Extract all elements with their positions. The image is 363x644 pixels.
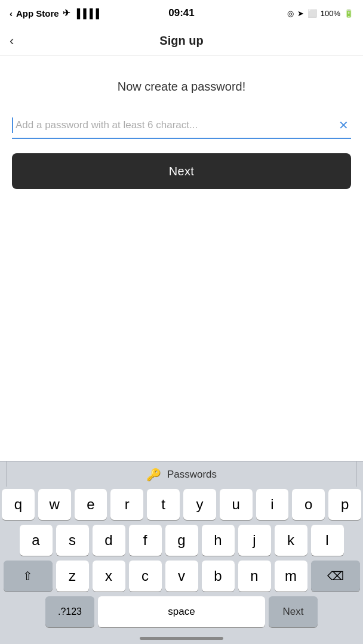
keyboard-next-key[interactable]: Next <box>269 596 318 627</box>
key-k[interactable]: k <box>275 525 307 556</box>
nav-icon: ➤ <box>297 9 304 18</box>
text-cursor <box>12 117 13 133</box>
key-b[interactable]: b <box>202 561 235 592</box>
key-f[interactable]: f <box>129 525 162 556</box>
home-bar <box>140 637 223 640</box>
key-e[interactable]: e <box>75 489 107 520</box>
shift-key[interactable]: ⇧ <box>4 561 53 592</box>
key-q[interactable]: q <box>2 489 35 520</box>
passwords-bar-line-left <box>6 462 7 487</box>
key-n[interactable]: n <box>238 561 271 592</box>
key-l[interactable]: l <box>311 525 344 556</box>
screen-icon: ⬜ <box>307 9 317 18</box>
battery-label: 100% <box>321 9 340 18</box>
backspace-key[interactable]: ⌫ <box>311 561 360 592</box>
back-button[interactable]: ‹ <box>10 33 14 49</box>
key-z[interactable]: z <box>56 561 89 592</box>
passwords-bar: 🔑 Passwords <box>0 461 363 487</box>
key-x[interactable]: x <box>93 561 125 592</box>
key-t[interactable]: t <box>147 489 180 520</box>
status-left: ‹ App Store ✈ ▐▐▐▐ <box>10 8 99 18</box>
page-title: Sign up <box>159 34 203 48</box>
key-p[interactable]: p <box>328 489 361 520</box>
keyboard-row-2: a s d f g h j k l <box>2 525 361 556</box>
carrier-label: App Store <box>16 8 59 18</box>
key-d[interactable]: d <box>93 525 125 556</box>
key-m[interactable]: m <box>275 561 307 592</box>
keyboard-area: 🔑 Passwords q w e r t y u i o p a s d f … <box>0 461 363 644</box>
key-c[interactable]: c <box>129 561 162 592</box>
content-area: Now create a password! Add a password wi… <box>0 56 363 201</box>
signal-icon: ▐▐▐▐ <box>74 8 100 18</box>
battery-icon: 🔋 <box>344 9 353 18</box>
space-key[interactable]: space <box>98 596 265 627</box>
nav-bar: ‹ Sign up <box>0 26 363 56</box>
key-i[interactable]: i <box>256 489 289 520</box>
passwords-bar-line-right <box>356 462 357 487</box>
keyboard-row-1: q w e r t y u i o p <box>2 489 361 520</box>
status-bar: ‹ App Store ✈ ▐▐▐▐ 09:41 ◎ ➤ ⬜ 100% 🔋 <box>0 0 363 26</box>
password-input-row[interactable]: Add a password with at least 6 charact..… <box>12 113 351 139</box>
key-y[interactable]: y <box>183 489 216 520</box>
airplane-icon: ✈ <box>63 8 70 18</box>
key-v[interactable]: v <box>165 561 198 592</box>
headline-text: Now create a password! <box>12 80 351 94</box>
keyboard-row-4: .?123 space Next <box>2 596 361 627</box>
passwords-label: Passwords <box>167 469 217 481</box>
key-s[interactable]: s <box>56 525 89 556</box>
back-arrow-status: ‹ <box>10 8 13 18</box>
key-h[interactable]: h <box>202 525 235 556</box>
key-r[interactable]: r <box>110 489 143 520</box>
key-j[interactable]: j <box>238 525 271 556</box>
next-button[interactable]: Next <box>12 153 351 189</box>
status-time: 09:41 <box>168 7 194 19</box>
password-placeholder: Add a password with at least 6 charact..… <box>16 119 336 131</box>
location-icon: ◎ <box>287 9 294 18</box>
key-u[interactable]: u <box>220 489 253 520</box>
keyboard-row-3: ⇧ z x c v b n m ⌫ <box>2 561 361 592</box>
status-right: ◎ ➤ ⬜ 100% 🔋 <box>287 9 353 18</box>
key-a[interactable]: a <box>20 525 53 556</box>
key-w[interactable]: w <box>38 489 71 520</box>
key-icon: 🔑 <box>146 467 161 482</box>
key-g[interactable]: g <box>165 525 198 556</box>
number-symbol-key[interactable]: .?123 <box>45 596 94 627</box>
clear-input-button[interactable]: ✕ <box>336 118 351 132</box>
home-indicator <box>0 632 363 644</box>
keyboard: q w e r t y u i o p a s d f g h j k l ⇧ … <box>0 487 363 627</box>
key-o[interactable]: o <box>292 489 325 520</box>
